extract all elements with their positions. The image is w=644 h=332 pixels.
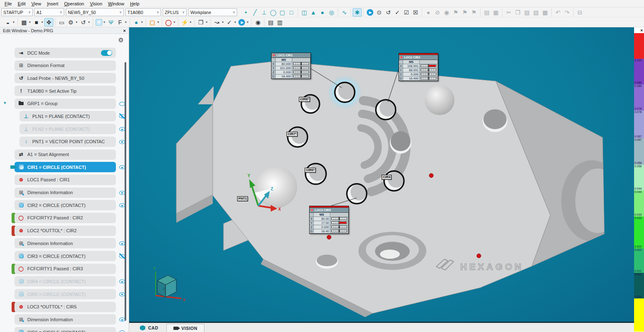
- combo-active-tip[interactable]: T1A0B0∨: [125, 8, 161, 16]
- paste-special-icon[interactable]: ▨: [531, 8, 541, 17]
- close-icon[interactable]: ×: [123, 28, 126, 33]
- wireframe-view-icon[interactable]: ▩: [19, 18, 29, 26]
- menu-help[interactable]: Help: [127, 1, 142, 7]
- play-icon[interactable]: ▶: [238, 19, 245, 26]
- dropdown-arrow-icon[interactable]: ▾: [190, 20, 191, 24]
- comment-icon[interactable]: ▭: [57, 18, 66, 26]
- feature-tag-cir4[interactable]: CIR4: [382, 175, 392, 180]
- dropdown-arrow-icon[interactable]: ▾: [41, 20, 43, 24]
- auto-feature-icon[interactable]: ✱: [353, 8, 362, 17]
- cmd-cir6-circle-contact[interactable]: CIR6 = CIRCLE (CONTACT): [14, 327, 116, 332]
- menu-insert[interactable]: Insert: [44, 1, 61, 7]
- print-icon[interactable]: ⊟: [575, 8, 584, 17]
- pan-icon[interactable]: ✥: [44, 18, 53, 26]
- menu-edit[interactable]: Edit: [15, 1, 29, 7]
- gear-icon[interactable]: ⚙: [118, 36, 124, 44]
- insert-point-icon[interactable]: ⊙: [375, 8, 384, 17]
- dropdown-arrow-icon[interactable]: ▾: [13, 20, 14, 24]
- cmd-cir3-circle-contact[interactable]: CIR3 = CIRCLE (CONTACT): [14, 251, 116, 261]
- execute-icon[interactable]: ▶: [367, 9, 373, 16]
- cmd-dimension-information[interactable]: ⊞Dimension Information: [14, 238, 116, 248]
- cmd-dimension-format[interactable]: ⊞Dimension Format: [14, 60, 116, 71]
- measurement-label-loc2-cir2[interactable]: ✚LOC2 CIR2MSX108.991Y88.991Z0.000D16.400: [399, 53, 438, 81]
- check-icon[interactable]: ✓: [393, 8, 402, 17]
- menu-file[interactable]: File: [2, 1, 15, 7]
- report-grid-icon[interactable]: ▦: [491, 8, 500, 17]
- curve-icon[interactable]: ∿: [340, 8, 349, 17]
- cmd-loc3-outtol-cir5[interactable]: ⊕LOC3 *OUTTOL* : CIR5: [14, 302, 116, 312]
- cmd-t1a0b0-set-active-tip[interactable]: !T1A0B0 = Set Active Tip: [14, 86, 116, 96]
- tab-cad[interactable]: CAD: [133, 324, 165, 332]
- eye-icon[interactable]: [119, 317, 125, 322]
- eye-icon[interactable]: [119, 164, 125, 170]
- round-slot-icon[interactable]: ▢: [278, 8, 287, 17]
- cmd-cir1-circle-contact[interactable]: CIR1 = CIRCLE (CONTACT): [14, 162, 116, 172]
- combo-workplane-label[interactable]: Workplane∨: [188, 8, 237, 16]
- document-cancel-icon[interactable]: ☒: [411, 8, 420, 17]
- redo-icon[interactable]: ↷: [562, 8, 572, 17]
- report-window-icon[interactable]: ▥: [275, 18, 284, 26]
- dropdown-arrow-icon[interactable]: ▾: [29, 20, 31, 24]
- menu-vision[interactable]: Vision: [87, 1, 105, 7]
- menu-view[interactable]: View: [29, 1, 44, 7]
- cmd-cir5-circle-contact[interactable]: CIR5 = CIRCLE (CONTACT): [14, 289, 116, 299]
- loop-icon[interactable]: ↺: [384, 8, 393, 17]
- cmd-dimension-information[interactable]: ⊞Dimension Information: [14, 314, 116, 325]
- view-sphere-icon[interactable]: ●: [132, 18, 141, 26]
- cmd-a1-start-alignment[interactable]: ⇄A1 = Start Alignment: [14, 149, 116, 160]
- cmd-pnt1-vector-point-contac[interactable]: ↕PNT1 = VECTOR POINT (CONTAC: [19, 137, 116, 147]
- dropdown-arrow-icon[interactable]: ▾: [247, 20, 248, 24]
- cmd-dcc-mode[interactable]: ⇥DCC Mode: [14, 48, 116, 58]
- dropdown-arrow-icon[interactable]: ▾: [103, 20, 105, 24]
- dropdown-arrow-icon[interactable]: ▾: [88, 20, 90, 24]
- eye-icon[interactable]: [119, 190, 125, 195]
- feature-params-icon[interactable]: F: [115, 18, 125, 26]
- point-icon[interactable]: •: [241, 8, 250, 17]
- feature-tag-pnt1[interactable]: PNT1: [237, 196, 248, 201]
- document-check-icon[interactable]: ☑: [402, 8, 411, 17]
- stop-icon[interactable]: ●: [424, 8, 433, 17]
- line-icon[interactable]: ╱: [250, 8, 260, 17]
- bookmark-clear-icon[interactable]: ⚑: [469, 8, 478, 17]
- probe-vectors-icon[interactable]: Ψ: [106, 18, 115, 26]
- expand-caret-icon[interactable]: ▾: [4, 100, 6, 106]
- torus-icon[interactable]: ◎: [327, 8, 336, 17]
- path-icon[interactable]: ↝: [212, 18, 221, 26]
- plane-icon[interactable]: ⊥: [260, 8, 269, 17]
- cmd-cir2-circle-contact[interactable]: CIR2 = CIRCLE (CONTACT): [14, 200, 116, 210]
- cmd-pln1-plane-contact[interactable]: ⊥PLN1 = PLANE (CONTACT): [19, 111, 116, 121]
- probe-mode-icon[interactable]: ◒: [3, 18, 12, 26]
- tab-vision[interactable]: VISION: [166, 324, 204, 332]
- summary-icon[interactable]: ▩: [541, 8, 550, 17]
- bookmark-icon[interactable]: ⚑: [451, 8, 460, 17]
- combo-probe-file[interactable]: NEW5_BY_50∨: [66, 8, 124, 16]
- eye-icon[interactable]: [119, 101, 125, 106]
- feature-tag-cir8[interactable]: CIR8*: [299, 97, 310, 102]
- copy-window-icon[interactable]: ❐: [196, 18, 205, 26]
- measurement-label-loc1-cir1[interactable]: ✚LOC1 CIR1MSX80.000Y101.000Z0.000D16.400: [271, 53, 311, 79]
- cmd-cir4-circle-contact[interactable]: CIR4 = CIRCLE (CONTACT): [14, 276, 116, 286]
- combo-workplane[interactable]: ZPLUS∨: [163, 8, 187, 16]
- camera-icon[interactable]: ◉: [253, 18, 262, 26]
- dropdown-arrow-icon[interactable]: ▾: [206, 20, 207, 24]
- cmd-grp1-group[interactable]: GRP1 = Group: [14, 99, 116, 109]
- copy-icon[interactable]: ❐: [513, 8, 522, 17]
- eye-off-icon[interactable]: [119, 253, 125, 259]
- dcc-mode-toggle[interactable]: [101, 50, 112, 56]
- eye-icon[interactable]: [119, 241, 125, 246]
- cut-icon[interactable]: ✂: [504, 8, 513, 17]
- continue-icon[interactable]: ◉: [442, 8, 451, 17]
- verify-icon[interactable]: ✓: [225, 18, 234, 26]
- view-orientation-icon[interactable]: ✚: [96, 19, 102, 26]
- circle-icon[interactable]: ◯: [269, 8, 278, 17]
- menu-operation[interactable]: Operation: [61, 1, 87, 7]
- settings-icon[interactable]: ⚙: [66, 18, 75, 26]
- gage-circle-icon[interactable]: ◯: [164, 18, 173, 26]
- eye-off-icon[interactable]: [119, 113, 125, 119]
- cmd-load-probe-new5-by-50[interactable]: ↺Load Probe - NEW5_BY_50: [14, 73, 116, 83]
- report-preview-icon[interactable]: ▤: [266, 18, 275, 26]
- dropdown-arrow-icon[interactable]: ▾: [141, 20, 143, 24]
- feature-tag-cir6[interactable]: CIR6*: [305, 168, 316, 173]
- report-icon[interactable]: ▤: [482, 8, 491, 17]
- combo-active-alignment[interactable]: A1∨: [34, 8, 64, 16]
